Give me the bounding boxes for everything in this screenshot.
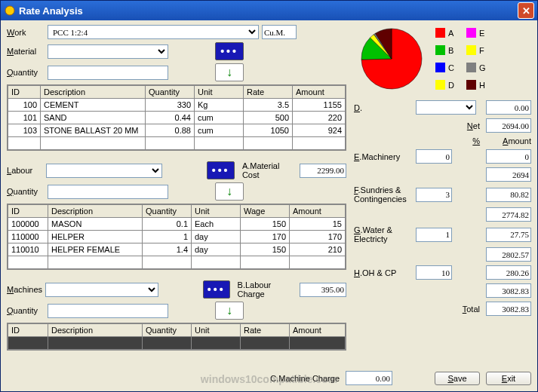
arrow-down-icon: ↓ [226, 66, 232, 79]
quantity-label-lab: Quantity [7, 187, 45, 196]
f-percent[interactable] [416, 188, 452, 202]
work-unit[interactable] [262, 25, 297, 39]
table-row: 100000MASON0.1Each15015 [8, 218, 346, 231]
e-percent[interactable] [416, 149, 452, 164]
exit-button[interactable]: Exit [486, 372, 531, 385]
table-row [8, 337, 346, 350]
close-button[interactable]: ✕ [518, 2, 534, 19]
table-row: 110010HELPER FEMALE1.4day150210 [8, 243, 346, 256]
legend-item: F [466, 42, 486, 58]
machine-charge-value[interactable] [346, 371, 392, 385]
material-lookup-button[interactable]: ••• [215, 42, 244, 60]
machines-table[interactable]: ID Description Quantity Unit Rate Amount [7, 323, 346, 351]
chart-legend: AEBFCGDH [435, 25, 486, 93]
material-cost-label: A.Material Cost [242, 161, 297, 179]
g-amount[interactable] [486, 228, 531, 242]
d-label: D. [354, 103, 413, 112]
legend-item: D [435, 77, 454, 93]
labour-select[interactable] [46, 164, 162, 178]
machines-add-button[interactable]: ↓ [215, 302, 244, 320]
material-label: Material [7, 47, 45, 56]
arrow-down-icon: ↓ [226, 304, 232, 317]
table-row: 101SAND0.44cum500220 [8, 112, 346, 124]
labour-charge-label: B.Labour Charge [238, 280, 297, 299]
labour-charge-value[interactable] [300, 283, 346, 297]
arrow-down-icon: ↓ [226, 185, 232, 198]
e-label: E.Machinery [354, 152, 413, 161]
g-label: G.Water & Electricty [354, 225, 413, 243]
subtotal-3[interactable] [486, 247, 531, 262]
legend-item: G [466, 60, 486, 75]
labour-lookup-button[interactable]: ••• [207, 161, 235, 179]
dots-icon: ••• [220, 45, 238, 57]
d-value[interactable] [486, 100, 531, 115]
d-select[interactable] [416, 100, 476, 115]
dots-icon: ••• [212, 164, 230, 176]
dots-icon: ••• [208, 283, 226, 296]
subtotal-2[interactable] [486, 207, 531, 222]
labour-qty-input[interactable] [48, 185, 168, 199]
h-amount[interactable] [486, 265, 531, 280]
machines-select[interactable] [45, 283, 158, 297]
table-row: 103STONE BALLAST 20 MM0.88cum1050924 [8, 124, 346, 137]
subtotal-4[interactable] [486, 283, 531, 298]
labour-add-button[interactable]: ↓ [215, 182, 244, 201]
g-percent[interactable] [416, 228, 452, 242]
subtotal-1[interactable] [486, 167, 531, 182]
total-value[interactable] [486, 302, 531, 316]
f-label: F.Sundries & Contingencies [354, 185, 413, 204]
pie-chart [354, 25, 429, 93]
machine-charge-label: C.Machine Charge [270, 374, 340, 383]
machines-label: Machines [7, 285, 42, 294]
labour-table[interactable]: ID Description Quantity Unit Wage Amount… [7, 204, 346, 270]
table-row: 100CEMENT330Kg3.51155 [8, 99, 346, 112]
machines-lookup-button[interactable]: ••• [203, 280, 230, 299]
material-cost-value[interactable] [300, 164, 346, 178]
legend-item: E [466, 25, 486, 41]
table-row: 110000HELPER1day170170 [8, 231, 346, 243]
legend-item: H [466, 77, 486, 93]
table-row [8, 256, 346, 269]
h-percent[interactable] [416, 265, 452, 280]
svg-point-0 [5, 6, 14, 15]
material-qty-input[interactable] [48, 66, 168, 80]
window-title: Rate Analysis [19, 5, 83, 17]
material-select[interactable] [48, 44, 168, 59]
work-label: Work [7, 28, 45, 37]
work-select[interactable]: PCC 1:2:4 [48, 25, 259, 39]
legend-item: C [435, 60, 454, 75]
app-icon [4, 5, 16, 17]
percent-label: % [472, 136, 480, 145]
e-amount[interactable] [486, 149, 531, 164]
net-label: Net [467, 121, 480, 130]
machines-qty-input[interactable] [48, 304, 168, 318]
material-add-button[interactable]: ↓ [215, 63, 244, 81]
labour-label: Labour [7, 166, 43, 175]
legend-item: B [435, 42, 454, 58]
titlebar: Rate Analysis ✕ [1, 1, 537, 20]
h-label: H.OH & CP [354, 268, 413, 277]
table-row [8, 137, 346, 150]
f-amount[interactable] [486, 188, 531, 202]
quantity-label-mat: Quantity [7, 68, 45, 77]
quantity-label-mach: Quantity [7, 306, 45, 315]
total-label: Total [463, 305, 480, 314]
amount-label: Amount [503, 136, 531, 145]
save-button[interactable]: Save [435, 372, 480, 385]
net-value[interactable] [486, 118, 531, 133]
material-table[interactable]: ID Description Quantity Unit Rate Amount… [7, 84, 346, 151]
legend-item: A [435, 25, 454, 41]
